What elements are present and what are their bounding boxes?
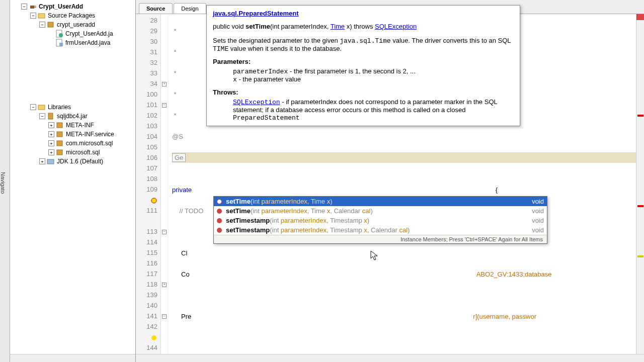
method-icon xyxy=(217,209,222,214)
error-bulb-icon[interactable] xyxy=(150,197,157,204)
svg-point-15 xyxy=(151,198,156,203)
autocomplete-item[interactable]: setTime(int parameterIndex, Time x) void xyxy=(214,197,547,206)
horizontal-scrollbar[interactable] xyxy=(136,354,644,362)
tree-libraries[interactable]: − Libraries xyxy=(10,103,135,112)
svg-rect-0 xyxy=(30,6,34,9)
warning-marker[interactable] xyxy=(637,255,643,257)
tree-project-root[interactable]: − Crypt_UserAdd xyxy=(10,2,135,11)
tree-java-file[interactable]: frmUserAdd.java xyxy=(10,38,135,47)
tab-design[interactable]: Design xyxy=(174,3,206,14)
jdk-icon xyxy=(47,157,55,165)
svg-rect-14 xyxy=(47,159,54,164)
svg-rect-3 xyxy=(48,22,53,27)
fold-gutter: + − − + − xyxy=(161,14,168,354)
svg-point-5 xyxy=(59,33,63,37)
tree-jdk[interactable]: + JDK 1.6 (Default) xyxy=(10,157,135,166)
svg-rect-13 xyxy=(57,150,62,155)
tree-jar[interactable]: − sqljdbc4.jar xyxy=(10,112,135,121)
fold-toggle-icon[interactable]: + xyxy=(162,283,167,287)
javadoc-throws-link[interactable]: SQLException xyxy=(233,99,280,106)
expand-toggle-icon[interactable]: − xyxy=(39,22,45,28)
svg-rect-1 xyxy=(34,6,36,8)
expand-toggle-icon[interactable]: − xyxy=(21,4,27,10)
expand-toggle-icon[interactable]: − xyxy=(30,13,36,19)
package-icon xyxy=(47,21,55,29)
javadoc-exception-link[interactable]: SQLException xyxy=(375,23,417,30)
svg-rect-8 xyxy=(38,105,45,110)
method-icon xyxy=(217,228,222,233)
tree-package-sub[interactable]: + META-INF xyxy=(10,121,135,130)
expand-toggle-icon[interactable]: + xyxy=(39,158,45,164)
warning-bulb-icon[interactable] xyxy=(150,334,157,341)
package-folder-icon xyxy=(38,12,46,20)
autocomplete-footer-hint: Instance Members; Press 'Ctrl+SPACE' Aga… xyxy=(214,235,547,243)
package-icon xyxy=(56,130,64,138)
tree-package-sub[interactable]: + com.microsoft.sql xyxy=(10,139,135,148)
tree-package-sub[interactable]: + META-INF.service xyxy=(10,130,135,139)
expand-toggle-icon[interactable]: + xyxy=(48,140,54,146)
expand-toggle-icon[interactable]: + xyxy=(48,131,54,137)
svg-rect-11 xyxy=(57,132,62,137)
tree-package[interactable]: − crypt_useradd xyxy=(10,20,135,29)
fold-toggle-icon[interactable]: + xyxy=(162,82,167,86)
package-icon xyxy=(56,148,64,156)
autocomplete-item[interactable]: setTime(int parameterIndex, Time x, Cale… xyxy=(214,206,547,216)
expand-toggle-icon[interactable]: − xyxy=(39,113,45,119)
svg-rect-10 xyxy=(57,123,62,128)
error-marker[interactable] xyxy=(637,115,643,117)
error-marker[interactable] xyxy=(637,205,643,207)
autocomplete-item[interactable]: setTimestamp(int parameterIndex, Timesta… xyxy=(214,216,547,225)
expand-toggle-icon[interactable]: − xyxy=(30,104,36,110)
error-stripe[interactable] xyxy=(636,14,644,354)
jar-icon xyxy=(47,112,55,120)
svg-point-16 xyxy=(151,335,156,340)
line-number-gutter: 2829303132333410010110210310410510610710… xyxy=(136,14,161,354)
tree-source-packages[interactable]: − Source Packages xyxy=(10,11,135,20)
java-form-icon xyxy=(55,39,63,47)
javadoc-tooltip: java.sql.PreparedStatement public void s… xyxy=(206,5,520,126)
tab-source[interactable]: Source xyxy=(139,3,173,14)
autocomplete-popup: setTime(int parameterIndex, Time x) void… xyxy=(213,196,547,244)
tree-package-sub[interactable]: + microsoft.sql xyxy=(10,148,135,157)
expand-toggle-icon[interactable]: + xyxy=(48,122,54,128)
fold-toggle-icon[interactable]: − xyxy=(162,230,167,234)
error-summary-indicator xyxy=(636,14,644,20)
javadoc-class-link[interactable]: java.sql.PreparedStatement xyxy=(213,10,299,18)
svg-rect-9 xyxy=(48,113,53,119)
package-icon xyxy=(56,121,64,129)
svg-rect-7 xyxy=(59,43,63,46)
svg-rect-12 xyxy=(57,141,62,146)
svg-rect-2 xyxy=(38,14,45,18)
package-icon xyxy=(56,139,64,147)
tree-java-file[interactable]: Crypt_UserAdd.ja xyxy=(10,29,135,38)
method-icon xyxy=(217,218,222,223)
autocomplete-item[interactable]: setTimestamp(int parameterIndex, Timesta… xyxy=(214,225,547,235)
navigator-sidebar-tab[interactable]: Navigato xyxy=(0,0,10,362)
method-icon xyxy=(217,199,222,204)
coffee-cup-icon xyxy=(29,3,37,11)
fold-toggle-icon[interactable]: − xyxy=(162,314,167,319)
java-class-icon xyxy=(55,30,63,38)
javadoc-type-link[interactable]: Time xyxy=(331,23,345,30)
project-tree-panel: − Crypt_UserAdd − Source Packages − cryp… xyxy=(10,0,136,362)
fold-toggle-icon[interactable]: − xyxy=(162,103,167,108)
horizontal-scrollbar[interactable] xyxy=(10,354,135,362)
expand-toggle-icon[interactable]: + xyxy=(48,149,54,155)
libraries-folder-icon xyxy=(38,103,46,111)
